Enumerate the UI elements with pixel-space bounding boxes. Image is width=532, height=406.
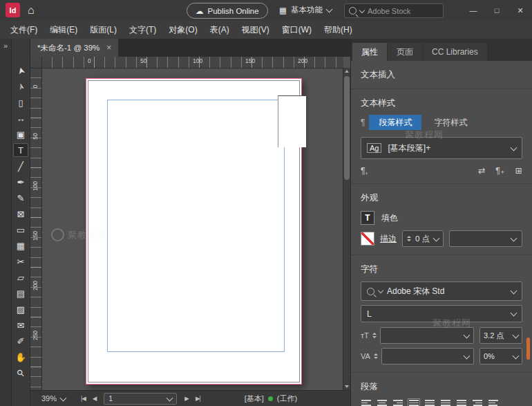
- new-paragraph-style-icon[interactable]: ¶₊: [495, 165, 504, 176]
- font-size-control[interactable]: тT: [361, 327, 474, 344]
- hidden-characters-icon[interactable]: ¶,: [361, 166, 368, 176]
- pasteboard[interactable]: 聚教程网: [41, 68, 343, 390]
- tracking-stepper[interactable]: [374, 353, 378, 359]
- gap-tool[interactable]: ↔: [13, 111, 28, 125]
- zoom-tool[interactable]: ⚲: [13, 366, 28, 380]
- font-size-stepper[interactable]: [372, 333, 377, 338]
- justify-last-left-icon[interactable]: [408, 399, 419, 406]
- last-page-button[interactable]: ▶|: [194, 395, 202, 402]
- style-name: [基本段落]+: [388, 142, 430, 154]
- type-tool[interactable]: T: [13, 143, 28, 157]
- next-page-button[interactable]: ▶: [183, 395, 190, 402]
- style-tab-1[interactable]: 字符样式: [424, 115, 477, 130]
- menu-item-4[interactable]: 对象(O): [162, 24, 203, 36]
- font-size-select[interactable]: [380, 327, 474, 344]
- line-tool[interactable]: ╱: [13, 159, 28, 173]
- font-family-select[interactable]: Adobe 宋体 Std: [361, 282, 522, 301]
- kerning-select[interactable]: [381, 348, 474, 365]
- workspace-switcher[interactable]: ▦ 基本功能: [279, 5, 332, 15]
- page-tool-glyph: ▯: [18, 98, 23, 107]
- gradient-feather-tool[interactable]: ▨: [13, 302, 28, 316]
- menu-item-8[interactable]: 帮助(H): [318, 24, 359, 36]
- selection-tool[interactable]: ➤: [13, 64, 28, 77]
- free-transform-tool[interactable]: ▱: [13, 270, 28, 284]
- close-button[interactable]: ✕: [509, 0, 532, 21]
- justify-last-right-icon[interactable]: [440, 399, 451, 406]
- menu-item-1[interactable]: 编辑(E): [44, 24, 84, 36]
- maximize-button[interactable]: □: [485, 0, 509, 21]
- page-number-control[interactable]: 1: [104, 393, 177, 405]
- tracking-value-control[interactable]: 0%: [479, 348, 522, 365]
- menu-item-5[interactable]: 表(A): [204, 24, 236, 36]
- stroke-weight-control[interactable]: 0 点: [402, 230, 444, 247]
- vertical-ruler[interactable]: 050100150200250: [30, 68, 42, 390]
- first-page-button[interactable]: |◀: [79, 395, 87, 402]
- justify-last-center-icon[interactable]: [424, 399, 435, 406]
- menu-item-0[interactable]: 文件(F): [4, 24, 44, 36]
- direct-selection-tool[interactable]: ➢: [13, 80, 28, 93]
- frame-grid-tool[interactable]: ▦: [13, 239, 28, 252]
- pencil-tool[interactable]: ✎: [13, 191, 28, 205]
- page-tool[interactable]: ▯: [13, 95, 28, 109]
- style-tab-0[interactable]: 段落样式: [369, 115, 421, 130]
- eyedropper-tool[interactable]: ✐: [13, 334, 28, 348]
- fill-color-chip[interactable]: T: [361, 211, 374, 225]
- menu-item-6[interactable]: 视图(V): [236, 24, 276, 36]
- pen-tool[interactable]: ✒: [13, 175, 28, 189]
- close-tab-icon[interactable]: ×: [106, 43, 111, 53]
- indesign-app-icon[interactable]: Id: [6, 3, 20, 17]
- home-icon[interactable]: ⌂: [28, 3, 35, 17]
- align-toward-spine-icon[interactable]: [472, 399, 483, 406]
- scroll-up-icon[interactable]: [345, 70, 349, 73]
- stepper-icon[interactable]: [407, 236, 411, 241]
- justify-all-icon[interactable]: [456, 399, 467, 406]
- previous-page-button[interactable]: ◀: [91, 395, 98, 402]
- expand-toolbar-icon[interactable]: »: [3, 41, 8, 50]
- redefine-style-icon[interactable]: ⇄: [478, 165, 485, 176]
- paragraph-style-select[interactable]: Ag [基本段落]+: [361, 137, 522, 159]
- rectangle-tool[interactable]: ▭: [13, 223, 28, 237]
- document-tab[interactable]: *未命名-1 @ 39% ×: [30, 39, 118, 57]
- align-center-icon[interactable]: [377, 399, 388, 406]
- gradient-swatch-tool[interactable]: ▤: [13, 286, 28, 300]
- adobe-stock-search[interactable]: Adobe Stock: [344, 3, 444, 18]
- preflight-profile[interactable]: (工作): [277, 394, 297, 404]
- stroke-color-chip[interactable]: [361, 232, 374, 246]
- font-style-select[interactable]: L: [361, 305, 522, 322]
- tracking-control[interactable]: VA: [361, 348, 474, 365]
- align-away-from-spine-icon[interactable]: [488, 399, 499, 406]
- align-right-icon[interactable]: [392, 399, 403, 406]
- zoom-level-control[interactable]: 39%: [41, 394, 66, 403]
- scissors-tool[interactable]: ✂: [13, 255, 28, 268]
- panel-tab-1[interactable]: 页面: [388, 43, 422, 61]
- fill-label: 填色: [381, 212, 398, 224]
- canvas-area[interactable]: 050100150200 050100150200250 聚教程网: [30, 57, 350, 390]
- menu-item-7[interactable]: 窗口(W): [276, 24, 318, 36]
- style-options-icon[interactable]: ⊞: [515, 165, 522, 176]
- menu-item-2[interactable]: 版面(L): [84, 24, 123, 36]
- ruler-origin[interactable]: [30, 57, 42, 68]
- divider: [351, 183, 532, 184]
- menu-item-3[interactable]: 文字(T): [123, 24, 162, 36]
- preflight-status[interactable]: [基本]: [245, 394, 264, 404]
- panel-tab-0[interactable]: 属性: [352, 43, 387, 61]
- vertical-scrollbar[interactable]: [343, 68, 350, 390]
- leading-control[interactable]: 3.2 点: [479, 327, 522, 344]
- rectangle-frame-tool[interactable]: ⊠: [13, 207, 28, 221]
- stroke-label[interactable]: 描边: [380, 233, 397, 245]
- scrollbar-thumb[interactable]: [344, 76, 350, 180]
- publish-online-button[interactable]: ☁ Publish Online: [187, 3, 268, 19]
- horizontal-ruler[interactable]: 050100150200: [41, 57, 343, 68]
- content-collector-tool[interactable]: ▣: [13, 127, 28, 141]
- document-page[interactable]: [86, 78, 302, 385]
- text-frame[interactable]: [278, 95, 306, 147]
- note-tool[interactable]: ✉: [13, 318, 28, 332]
- hand-tool[interactable]: ✋: [13, 350, 28, 364]
- scroll-down-icon[interactable]: [345, 385, 349, 388]
- panel-scrollbar-thumb[interactable]: [526, 338, 530, 360]
- stroke-type-select[interactable]: [449, 230, 522, 247]
- panel-tab-2[interactable]: CC Libraries: [423, 43, 487, 61]
- window-controls: — □ ✕: [462, 0, 532, 21]
- align-left-icon[interactable]: [361, 399, 372, 406]
- minimize-button[interactable]: —: [462, 0, 485, 21]
